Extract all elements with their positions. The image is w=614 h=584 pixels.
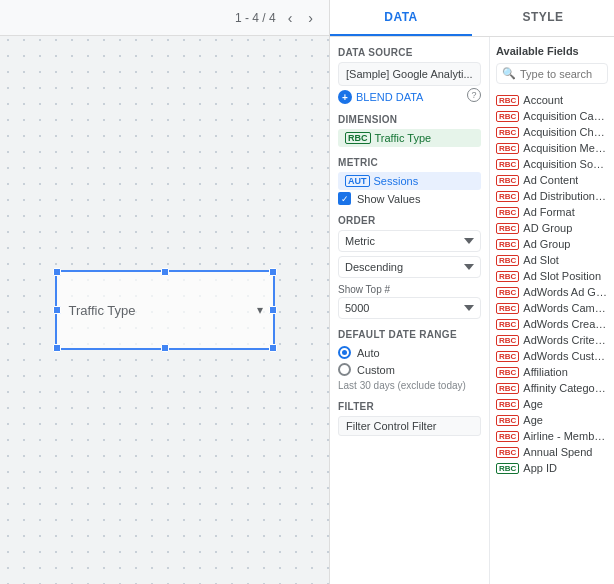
field-item[interactable]: RBCAge [496,412,608,428]
sort-dropdown[interactable]: Descending Ascending [338,256,481,278]
field-badge: RBC [496,239,519,250]
field-badge: RBC [496,367,519,378]
field-name: Ad Slot Position [523,270,601,282]
field-badge: RBC [496,319,519,330]
handle-mid-left[interactable] [53,306,61,314]
date-range-section: Default date range Auto Custom Last 30 d… [338,329,481,391]
field-item[interactable]: RBCAcquisition Channel [496,124,608,140]
prev-page-button[interactable]: ‹ [284,8,297,28]
field-badge: RBC [496,191,519,202]
field-item[interactable]: RBCAcquisition Campaign [496,108,608,124]
field-item[interactable]: RBCAirline - Member Tier [496,428,608,444]
auto-radio[interactable] [338,346,351,359]
metric-value: Sessions [374,175,419,187]
search-box[interactable]: 🔍 [496,63,608,84]
order-dropdown[interactable]: Metric Dimension Custom [338,230,481,252]
show-values-checkbox[interactable]: ✓ [338,192,351,205]
auto-radio-dot [342,350,347,355]
handle-top-center[interactable] [161,268,169,276]
field-badge: RBC [496,383,519,394]
metric-chip[interactable]: AUT Sessions [338,172,481,190]
fields-header: Available Fields [496,45,608,57]
handle-top-left[interactable] [53,268,61,276]
canvas-area: Traffic Type ▾ [0,36,329,584]
field-item[interactable]: RBCAdWords Criteria ID [496,332,608,348]
field-badge: RBC [496,335,519,346]
chart-dropdown-arrow: ▾ [257,303,263,317]
handle-mid-right[interactable] [269,306,277,314]
field-item[interactable]: RBCAd Distribution Netwo... [496,188,608,204]
field-item[interactable]: RBCAffiliation [496,364,608,380]
auto-radio-row[interactable]: Auto [338,346,481,359]
field-badge: RBC [496,415,519,426]
field-name: Ad Distribution Netwo... [523,190,608,202]
show-values-row[interactable]: ✓ Show Values [338,192,481,205]
field-item[interactable]: RBCAd Slot Position [496,268,608,284]
data-configuration-panel: Data Source [Sample] Google Analyti... +… [330,37,490,584]
field-badge: RBC [496,95,519,106]
field-badge: RBC [496,207,519,218]
blend-data-button[interactable]: + BLEND DATA [338,90,423,104]
field-name: Ad Slot [523,254,558,266]
date-range-label: Default date range [338,329,481,340]
field-name: AdWords Campaign ID [523,302,608,314]
field-name: Account [523,94,563,106]
right-panel: DATA STYLE Data Source [Sample] Google A… [330,0,614,584]
field-name: Affiliation [523,366,567,378]
field-item[interactable]: RBCAdWords Creative ID [496,316,608,332]
data-source-value[interactable]: [Sample] Google Analyti... [338,62,481,86]
field-item[interactable]: RBCAd Slot [496,252,608,268]
data-source-section: Data Source [Sample] Google Analyti... +… [338,47,481,104]
field-badge: RBC [496,399,519,410]
data-source-label: Data Source [338,47,481,58]
field-item[interactable]: RBCAD Group [496,220,608,236]
field-name: Ad Content [523,174,578,186]
field-item[interactable]: RBCAdWords Ad Group ID [496,284,608,300]
canvas-panel: 1 - 4 / 4 ‹ › Traffic Type ▾ [0,0,330,584]
tab-style[interactable]: STYLE [472,0,614,36]
next-page-button[interactable]: › [304,8,317,28]
date-hint: Last 30 days (exclude today) [338,380,481,391]
custom-label: Custom [357,364,395,376]
field-item[interactable]: RBCAdWords Customer ID [496,348,608,364]
custom-radio-row[interactable]: Custom [338,363,481,376]
field-item[interactable]: RBCAd Content [496,172,608,188]
dimension-chip[interactable]: RBC Traffic Type [338,129,481,147]
handle-top-right[interactable] [269,268,277,276]
field-name: Acquisition Channel [523,126,608,138]
field-item[interactable]: RBCAffinity Category (reac... [496,380,608,396]
field-item[interactable]: RBCAccount [496,92,608,108]
order-section: Order Metric Dimension Custom Descending… [338,215,481,319]
show-top-label: Show Top # [338,284,481,295]
field-badge: RBC [496,127,519,138]
field-item[interactable]: RBCAd Group [496,236,608,252]
field-item[interactable]: RBCAcquisition Medium [496,140,608,156]
help-icon[interactable]: ? [467,88,481,102]
handle-bot-left[interactable] [53,344,61,352]
pagination: 1 - 4 / 4 [235,11,276,25]
handle-bot-right[interactable] [269,344,277,352]
field-name: Ad Format [523,206,574,218]
field-item[interactable]: RBCAge [496,396,608,412]
search-icon: 🔍 [502,67,516,80]
field-item[interactable]: RBCAcquisition Source [496,156,608,172]
top-bar: 1 - 4 / 4 ‹ › [0,0,329,36]
field-name: AD Group [523,222,572,234]
custom-radio[interactable] [338,363,351,376]
field-badge: RBC [496,303,519,314]
field-item[interactable]: RBCAdWords Campaign ID [496,300,608,316]
tab-data[interactable]: DATA [330,0,472,36]
dimension-section: Dimension RBC Traffic Type [338,114,481,147]
chart-widget[interactable]: Traffic Type ▾ [55,270,275,350]
metric-label: Metric [338,157,481,168]
field-item[interactable]: RBCAd Format [496,204,608,220]
search-input[interactable] [520,68,602,80]
field-item[interactable]: RBCAnnual Spend [496,444,608,460]
blend-row: + BLEND DATA ? [338,86,481,104]
filter-value[interactable]: Filter Control Filter [338,416,481,436]
field-item[interactable]: RBCApp ID [496,460,608,476]
dimension-badge: RBC [345,132,371,144]
dimension-value: Traffic Type [375,132,432,144]
handle-bot-center[interactable] [161,344,169,352]
show-top-dropdown[interactable]: 5000 10 25 100 500 1000 [338,297,481,319]
